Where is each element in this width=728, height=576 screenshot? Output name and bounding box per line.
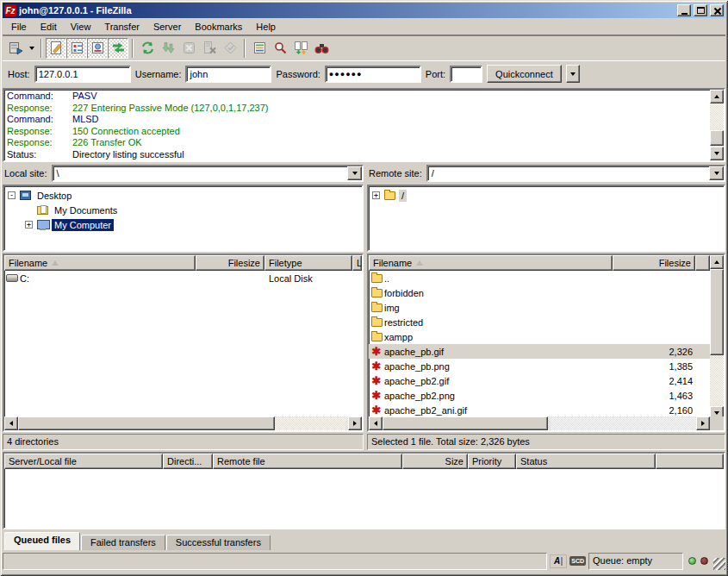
tab-successful-transfers[interactable]: Successful transfers — [166, 535, 271, 550]
toggle-message-log-button[interactable] — [46, 38, 66, 59]
toolbar-separator — [40, 39, 42, 58]
column-header-filesize[interactable]: Filesize — [196, 255, 264, 271]
scroll-up-button[interactable] — [710, 90, 724, 103]
log-scrollbar[interactable] — [710, 90, 724, 160]
toggle-remote-tree-button[interactable] — [87, 38, 108, 59]
maximize-button[interactable] — [694, 4, 707, 16]
site-manager-dropdown-button[interactable] — [26, 38, 37, 59]
column-header-server-local-file[interactable]: Server/Local file — [4, 454, 163, 469]
column-header-filetype[interactable]: Filetype — [264, 255, 352, 271]
remote-vertical-scrollbar[interactable] — [710, 255, 724, 420]
tab-queued-files[interactable]: Queued files — [4, 532, 80, 550]
synchronized-browsing-button[interactable] — [311, 38, 332, 59]
local-panel: Local site: \ -DesktopMy Documents+My Co… — [3, 164, 364, 450]
file-row-apache-pb2-gif[interactable]: apache_pb2.gif2,414 — [369, 373, 724, 388]
column-header-size[interactable]: Size — [402, 454, 468, 469]
quickconnect-button[interactable]: Quickconnect — [487, 65, 562, 83]
scroll-right-button[interactable] — [696, 416, 710, 430]
collapse-minus-icon[interactable]: - — [8, 191, 16, 199]
statusbar: A SCD Queue: empty — [3, 552, 725, 571]
file-row-xampp[interactable]: xampp — [369, 329, 724, 344]
scrollbar-thumb[interactable] — [710, 130, 724, 146]
toggle-local-tree-icon — [70, 41, 84, 55]
password-input[interactable] — [325, 66, 421, 83]
file-row-restricted[interactable]: restricted — [369, 315, 724, 329]
tree-item-my-computer[interactable]: +My Computer — [4, 217, 362, 232]
filter-button[interactable] — [249, 38, 270, 59]
expand-plus-icon[interactable]: + — [25, 221, 33, 229]
menu-help[interactable]: Help — [249, 19, 283, 34]
disconnect-button[interactable] — [199, 38, 220, 59]
menu-transfer[interactable]: Transfer — [97, 19, 146, 34]
close-button[interactable] — [710, 4, 724, 16]
tree-item-[interactable]: +/ — [369, 188, 724, 203]
column-header-filename[interactable]: Filename — [4, 255, 196, 271]
find-files-button[interactable] — [270, 38, 290, 59]
titlebar[interactable]: Fz john@127.0.0.1 - FileZilla — [3, 3, 725, 18]
column-header-directi[interactable]: Directi... — [163, 454, 213, 469]
transfer-type-indicator[interactable]: A — [550, 554, 567, 568]
column-header-filesize[interactable]: Filesize — [613, 255, 695, 271]
column-header-remote-file[interactable]: Remote file — [213, 454, 402, 469]
cancel-operation-icon — [182, 41, 196, 55]
file-row-img[interactable]: img — [369, 300, 724, 315]
menu-bookmarks[interactable]: Bookmarks — [188, 19, 249, 34]
username-label: Username: — [135, 69, 182, 79]
scrollbar-thumb[interactable] — [383, 416, 548, 430]
host-input[interactable] — [34, 66, 131, 83]
file-row-[interactable]: .. — [369, 271, 724, 285]
local-site-combo[interactable]: \ — [52, 165, 364, 182]
quickconnect-dropdown-button[interactable] — [566, 65, 580, 83]
scroll-down-button[interactable] — [710, 147, 724, 160]
column-header-filename[interactable]: Filename — [369, 255, 613, 271]
tree-item-desktop[interactable]: -Desktop — [4, 188, 362, 203]
tab-failed-transfers[interactable]: Failed transfers — [81, 535, 165, 550]
file-row-c[interactable]: C:Local Disk — [4, 271, 362, 285]
username-input[interactable] — [185, 66, 271, 83]
log-line: Response:150 Connection accepted — [7, 126, 708, 138]
menu-server[interactable]: Server — [146, 19, 188, 34]
scroll-left-button[interactable] — [369, 416, 383, 430]
cancel-operation-button[interactable] — [178, 38, 199, 59]
menu-edit[interactable]: Edit — [34, 19, 64, 34]
folder-documents-icon — [37, 206, 48, 215]
file-name: forbidden — [384, 288, 613, 298]
directory-comparison-button[interactable] — [290, 38, 311, 59]
file-size: 2,160 — [613, 405, 695, 416]
column-header-priority[interactable]: Priority — [468, 454, 516, 469]
remote-site-dropdown-button[interactable] — [709, 166, 724, 180]
reconnect-button[interactable] — [220, 38, 240, 59]
refresh-button[interactable] — [137, 38, 158, 59]
scrollbar-thumb[interactable] — [710, 269, 724, 355]
scrollbar-thumb[interactable] — [18, 416, 275, 430]
menu-view[interactable]: View — [64, 19, 98, 34]
port-input[interactable] — [450, 66, 482, 83]
tree-item-my-documents[interactable]: My Documents — [4, 203, 362, 217]
scroll-up-button[interactable] — [710, 255, 724, 269]
reconnect-icon — [223, 41, 238, 55]
expand-plus-icon[interactable]: + — [372, 191, 380, 199]
scroll-right-button[interactable] — [348, 416, 362, 430]
column-header-l[interactable]: L — [352, 255, 362, 271]
column-header-status[interactable]: Status — [516, 454, 656, 469]
scroll-left-button[interactable] — [4, 416, 18, 430]
queue-tabs: Queued filesFailed transfersSuccessful t… — [3, 529, 725, 550]
site-manager-button[interactable] — [5, 38, 26, 59]
find-files-icon — [273, 41, 288, 55]
minimize-button[interactable] — [677, 4, 691, 16]
toggle-transfer-queue-button[interactable] — [108, 38, 128, 59]
menu-file[interactable]: File — [4, 19, 34, 34]
resize-grip[interactable] — [713, 558, 725, 570]
column-header-label: Size — [445, 456, 464, 466]
file-row-forbidden[interactable]: forbidden — [369, 285, 724, 300]
toggle-local-tree-button[interactable] — [66, 38, 87, 59]
local-site-dropdown-button[interactable] — [347, 166, 362, 180]
file-row-apache-pb2-png[interactable]: apache_pb2.png1,463 — [369, 388, 724, 403]
file-row-apache-pb-gif[interactable]: apache_pb.gif2,326 — [369, 344, 724, 359]
file-row-apache-pb2-ani-gif[interactable]: apache_pb2_ani.gif2,160 — [369, 403, 724, 416]
file-row-apache-pb-png[interactable]: apache_pb.png1,385 — [369, 359, 724, 373]
process-queue-button[interactable] — [158, 38, 178, 59]
remote-horizontal-scrollbar[interactable] — [369, 416, 710, 430]
remote-site-combo[interactable]: / — [426, 165, 725, 182]
local-horizontal-scrollbar[interactable] — [4, 416, 362, 430]
